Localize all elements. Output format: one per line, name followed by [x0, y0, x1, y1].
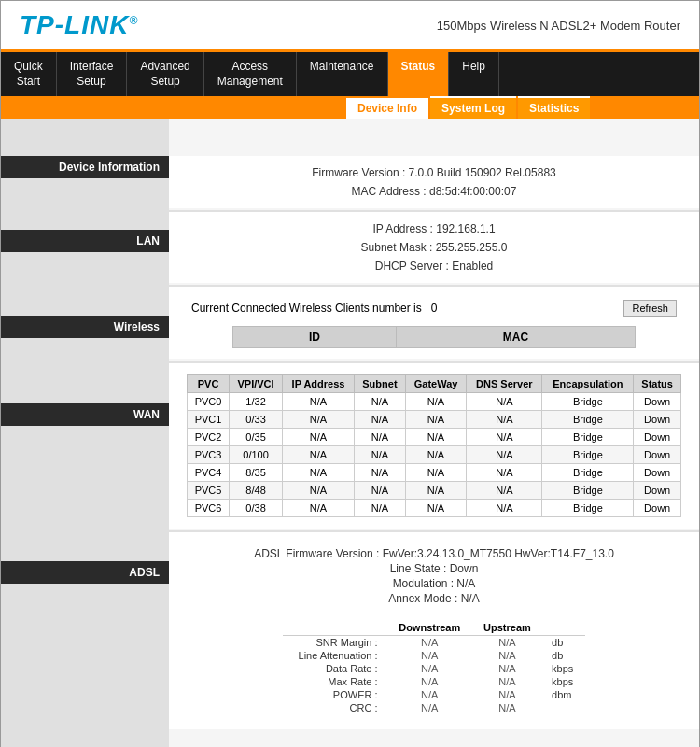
wan-table-row: PVC4 8/35 N/A N/A N/A N/A Bridge Down: [188, 464, 681, 482]
adsl-stat-downstream: N/A: [387, 675, 472, 688]
subnav-system-log[interactable]: System Log: [430, 96, 516, 119]
sidebar-adsl: ADSL: [1, 561, 169, 584]
adsl-stat-unit: kbps: [542, 662, 585, 675]
adsl-firmware-value: FwVer:3.24.13.0_MT7550 HwVer:T14.F7_13.0: [383, 547, 614, 560]
adsl-annex-row: Annex Mode : N/A: [201, 592, 667, 605]
device-info-section: Firmware Version : 7.0.0 Build 150902 Re…: [169, 156, 699, 208]
sidebar: Device Information LAN Wireless WAN ADSL: [1, 119, 169, 747]
wan-cell-subnet: N/A: [355, 393, 406, 411]
wan-cell-pvc: PVC3: [188, 446, 230, 464]
wan-cell-pvc: PVC2: [188, 429, 230, 446]
main-content: Device Information LAN Wireless WAN ADSL…: [1, 119, 699, 747]
wan-col-enc: Encapsulation: [542, 375, 634, 393]
wan-table-row: PVC0 1/32 N/A N/A N/A N/A Bridge Down: [188, 393, 681, 411]
wan-table-row: PVC2 0/35 N/A N/A N/A N/A Bridge Down: [188, 429, 681, 446]
adsl-stat-label: POWER :: [283, 688, 387, 701]
wireless-col-mac: MAC: [396, 327, 635, 348]
adsl-stat-upstream: N/A: [472, 636, 542, 650]
adsl-stat-label: Data Rate :: [283, 662, 387, 675]
nav-help[interactable]: Help: [449, 52, 499, 96]
wan-cell-vpi: 0/33: [230, 411, 283, 429]
adsl-firmware-row: ADSL Firmware Version : FwVer:3.24.13.0_…: [201, 547, 667, 560]
wan-cell-subnet: N/A: [355, 482, 406, 500]
wan-cell-ip: N/A: [283, 429, 355, 446]
nav-interface-setup[interactable]: InterfaceSetup: [57, 52, 128, 96]
wan-cell-ip: N/A: [283, 500, 355, 517]
adsl-linestate-row: Line State : Down: [201, 562, 667, 575]
wan-cell-vpi: 0/35: [230, 429, 283, 446]
mac-label: MAC Address :: [352, 185, 427, 198]
nav-access-management[interactable]: AccessManagement: [204, 52, 297, 96]
wan-cell-pvc: PVC0: [188, 393, 230, 411]
wan-col-gateway: GateWay: [405, 375, 466, 393]
adsl-modulation-row: Modulation : N/A: [201, 577, 667, 590]
adsl-stat-label: Line Attenuation :: [283, 649, 387, 662]
wan-col-status: Status: [634, 375, 681, 393]
subnet-value: 255.255.255.0: [436, 241, 508, 254]
wan-cell-enc: Bridge: [542, 411, 634, 429]
wan-cell-ip: N/A: [283, 482, 355, 500]
nav-maintenance[interactable]: Maintenance: [297, 52, 388, 96]
header: TP-LINK® 150Mbps Wireless N ADSL2+ Modem…: [1, 1, 699, 52]
wan-cell-status: Down: [634, 446, 681, 464]
wan-col-pvc: PVC: [188, 375, 230, 393]
wan-table-row: PVC1 0/33 N/A N/A N/A N/A Bridge Down: [188, 411, 681, 429]
wan-cell-dns: N/A: [467, 429, 542, 446]
adsl-stats-row: Data Rate : N/A N/A kbps: [283, 662, 585, 675]
wan-cell-enc: Bridge: [542, 393, 634, 411]
wan-cell-gateway: N/A: [405, 446, 466, 464]
adsl-stats-col-upstream: Upstream: [472, 620, 542, 636]
wireless-table: ID MAC: [232, 326, 636, 348]
nav-quick-start[interactable]: QuickStart: [1, 52, 57, 96]
ip-row: IP Address : 192.168.1.1: [182, 219, 686, 238]
wireless-connected-count: 0: [431, 302, 438, 315]
wireless-col-id: ID: [233, 327, 397, 348]
adsl-linestate-value: Down: [450, 562, 479, 575]
wan-cell-gateway: N/A: [405, 393, 466, 411]
adsl-info: ADSL Firmware Version : FwVer:3.24.13.0_…: [182, 540, 686, 613]
wireless-refresh-button[interactable]: Refresh: [623, 300, 677, 317]
adsl-stat-downstream: N/A: [387, 701, 472, 714]
adsl-stats-row: SNR Margin : N/A N/A db: [283, 636, 585, 650]
subnav-device-info[interactable]: Device Info: [346, 96, 428, 119]
nav-status[interactable]: Status: [388, 52, 450, 96]
wan-cell-vpi: 8/48: [230, 482, 283, 500]
wan-cell-enc: Bridge: [542, 429, 634, 446]
adsl-stats-col-downstream: Downstream: [387, 620, 472, 636]
wan-cell-dns: N/A: [467, 411, 542, 429]
adsl-stats-area: Downstream Upstream SNR Margin : N/A N/A…: [182, 620, 686, 714]
wan-cell-status: Down: [634, 411, 681, 429]
wan-cell-status: Down: [634, 429, 681, 446]
wan-cell-status: Down: [634, 393, 681, 411]
adsl-stats-table: Downstream Upstream SNR Margin : N/A N/A…: [283, 620, 585, 714]
adsl-annex-label: Annex Mode :: [388, 592, 457, 605]
right-panel: Firmware Version : 7.0.0 Build 150902 Re…: [169, 119, 699, 747]
adsl-stat-label: CRC :: [283, 701, 387, 714]
wan-cell-gateway: N/A: [405, 482, 466, 500]
wan-cell-subnet: N/A: [355, 411, 406, 429]
adsl-section: ADSL Firmware Version : FwVer:3.24.13.0_…: [169, 532, 699, 729]
sidebar-device-information: Device Information: [1, 156, 169, 178]
adsl-modulation-value: N/A: [456, 577, 475, 590]
wan-cell-vpi: 0/38: [230, 500, 283, 517]
adsl-stats-row: POWER : N/A N/A dbm: [283, 688, 585, 701]
wan-col-ip: IP Address: [283, 375, 355, 393]
wan-cell-dns: N/A: [467, 500, 542, 517]
adsl-stat-downstream: N/A: [387, 649, 472, 662]
nav-advanced-setup[interactable]: AdvancedSetup: [127, 52, 203, 96]
wireless-connected-text: Current Connected Wireless Clients numbe…: [191, 302, 437, 315]
wan-cell-subnet: N/A: [355, 429, 406, 446]
subnav-statistics[interactable]: Statistics: [518, 96, 590, 119]
wan-cell-pvc: PVC5: [188, 482, 230, 500]
adsl-stats-row: Max Rate : N/A N/A kbps: [283, 675, 585, 688]
wan-cell-ip: N/A: [283, 411, 355, 429]
adsl-annex-value: N/A: [461, 592, 480, 605]
adsl-stat-unit: db: [542, 649, 585, 662]
adsl-stats-row: Line Attenuation : N/A N/A db: [283, 649, 585, 662]
sub-nav: Device Info System Log Statistics: [1, 96, 699, 119]
wan-cell-subnet: N/A: [355, 500, 406, 517]
adsl-stats-col-empty: [283, 620, 387, 636]
wan-cell-enc: Bridge: [542, 500, 634, 517]
adsl-stat-unit: dbm: [542, 688, 585, 701]
ip-label: IP Address :: [372, 222, 432, 235]
